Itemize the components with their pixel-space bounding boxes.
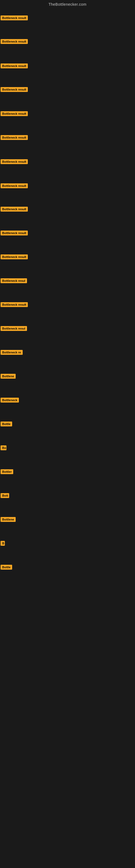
- bottleneck-badge: Bottleneck result: [1, 183, 28, 188]
- bottleneck-result-item[interactable]: B: [1, 541, 5, 547]
- bottleneck-badge: Bottleneck result: [1, 254, 28, 259]
- bottleneck-result-item[interactable]: Bottleneck result: [1, 183, 28, 189]
- bottleneck-badge: B: [1, 541, 5, 546]
- bottleneck-result-item[interactable]: Bott: [1, 493, 9, 499]
- bottleneck-result-item[interactable]: Bottleneck result: [1, 159, 28, 165]
- bottleneck-badge: Bottleneck re: [1, 350, 23, 355]
- bottleneck-result-item[interactable]: Bottleneck result: [1, 39, 28, 45]
- bottleneck-badge: Bottleneck result: [1, 207, 28, 212]
- bottleneck-badge: Bottleneck result: [1, 302, 28, 307]
- bottleneck-result-item[interactable]: Bottlene: [1, 517, 16, 523]
- bottleneck-badge: Bottleneck result: [1, 159, 28, 164]
- bottleneck-badge: Bottle: [1, 422, 12, 426]
- bottleneck-result-item[interactable]: Bottleneck resul: [1, 278, 27, 284]
- bottleneck-result-item[interactable]: Bottleneck result: [1, 135, 28, 141]
- bottleneck-badge: Bottleneck: [1, 398, 19, 403]
- bottleneck-badge: Bottleneck result: [1, 87, 28, 92]
- bottleneck-result-item[interactable]: Bottlene: [1, 374, 16, 380]
- bottleneck-badge: Bottleneck result: [1, 63, 28, 68]
- bottleneck-result-item[interactable]: Bottleneck: [1, 398, 19, 404]
- bottleneck-result-item[interactable]: Bottler: [1, 469, 13, 475]
- bottleneck-badge: Bottle: [1, 565, 12, 569]
- bottleneck-badge: Bottleneck resul: [1, 278, 27, 283]
- bottleneck-result-item[interactable]: Bottleneck result: [1, 254, 28, 260]
- bottleneck-badge: Bottleneck result: [1, 111, 28, 116]
- bottleneck-badge: Bottlene: [1, 517, 16, 522]
- bottleneck-badge: Bottleneck resul: [1, 326, 27, 331]
- bottleneck-result-item[interactable]: Bottleneck result: [1, 230, 28, 237]
- bottleneck-result-item[interactable]: Bottleneck result: [1, 302, 28, 308]
- bottleneck-badge: Bottlene: [1, 374, 16, 379]
- bottleneck-result-item[interactable]: Bottleneck re: [1, 350, 23, 356]
- bottleneck-result-item[interactable]: Bottleneck result: [1, 87, 28, 93]
- site-title: TheBottlenecker.com: [0, 0, 135, 8]
- bottleneck-badge: Bottler: [1, 469, 13, 474]
- bottleneck-result-item[interactable]: Bottle: [1, 565, 12, 571]
- bottleneck-result-item[interactable]: Bo: [1, 445, 6, 452]
- bottleneck-badge: Bo: [1, 445, 6, 450]
- bottleneck-badge: Bott: [1, 493, 9, 498]
- bottleneck-badge: Bottleneck result: [1, 39, 28, 44]
- bottleneck-result-item[interactable]: Bottleneck result: [1, 63, 28, 69]
- bottleneck-result-item[interactable]: Bottleneck resul: [1, 326, 27, 332]
- bottleneck-result-item[interactable]: Bottleneck result: [1, 111, 28, 117]
- bottleneck-result-item[interactable]: Bottleneck result: [1, 207, 28, 213]
- bottleneck-badge: Bottleneck result: [1, 135, 28, 140]
- bottleneck-badge: Bottleneck result: [1, 230, 28, 236]
- bottleneck-result-item[interactable]: Bottle: [1, 422, 12, 428]
- bottleneck-result-item[interactable]: Bottleneck result: [1, 16, 28, 22]
- bottleneck-badge: Bottleneck result: [1, 16, 28, 20]
